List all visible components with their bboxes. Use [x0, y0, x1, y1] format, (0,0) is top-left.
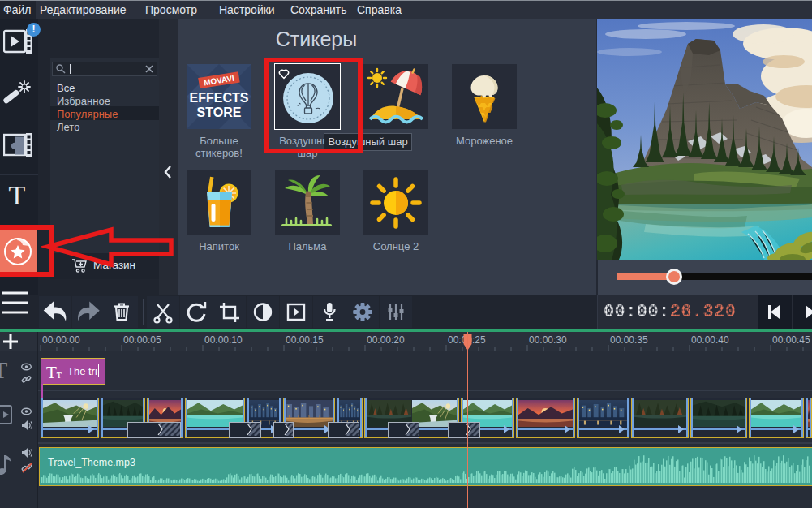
- svg-text:EFFECTS: EFFECTS: [190, 91, 249, 105]
- svg-text:STORE: STORE: [197, 105, 242, 119]
